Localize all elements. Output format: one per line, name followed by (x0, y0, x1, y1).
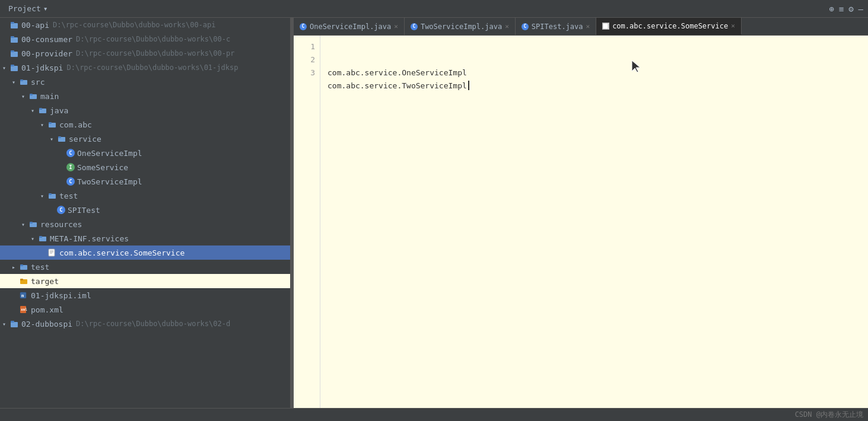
tree-icon-project (9, 49, 19, 58)
svg-rect-36 (11, 322, 18, 327)
scope-icon[interactable]: ⊕ (829, 4, 834, 14)
sidebar-item-item-00-provider[interactable]: 00-providerD:\rpc-course\Dubbo\dubbo-wor… (0, 46, 290, 60)
svg-rect-4 (11, 52, 18, 57)
svg-rect-3 (11, 36, 14, 38)
tree-label: java (50, 106, 68, 115)
project-dropdown[interactable]: Project ▾ (5, 3, 52, 14)
tree-arrow (12, 264, 19, 270)
tree-icon-project (9, 319, 19, 328)
svg-rect-15 (49, 122, 52, 124)
tree-icon-folder (47, 191, 57, 200)
tab-label: OneServiceImpl.java (310, 23, 391, 31)
tab-bar: COneServiceImpl.java✕CTwoServiceImpl.jav… (294, 18, 868, 36)
tree-icon-iml: m (19, 291, 28, 300)
tree-icon-folder (38, 234, 47, 243)
svg-rect-1 (11, 22, 14, 24)
svg-text:m: m (21, 294, 24, 298)
tree-icon-folder-yellow (19, 276, 28, 286)
sidebar-item-item-test[interactable]: test (0, 189, 290, 203)
sidebar-item-item-java[interactable]: java (0, 103, 290, 117)
tab-tab-service[interactable]: com.abc.service.SomeService✕ (596, 18, 742, 35)
svg-rect-5 (11, 50, 14, 52)
tree-label: OneServiceImpl (77, 149, 142, 158)
sidebar-item-item-pom[interactable]: xmlpom.xml (0, 302, 290, 317)
sidebar-item-item-metainf[interactable]: META-INF.services (0, 231, 290, 245)
svg-text:xml: xml (21, 307, 27, 311)
top-bar: Project ▾ ⊕ ≡ ⚙ – (0, 0, 868, 18)
tree-label: 00-consumer (21, 35, 72, 44)
tree-label: SomeService (77, 163, 128, 172)
tree-label: service (69, 135, 101, 143)
tab-tab-spi[interactable]: CSPITest.java✕ (516, 18, 596, 35)
tree-label: target (31, 277, 59, 286)
code-area[interactable]: com.abc.service.OneServiceImplcom.abc.se… (320, 36, 868, 408)
tree-icon-class: C (66, 177, 75, 186)
tree-label: SPITest (68, 206, 100, 215)
tab-close-icon[interactable]: ✕ (731, 22, 735, 30)
tree-path: D:\rpc-course\Dubbo\dubbo-works\00-pr (76, 49, 234, 58)
status-bar: CSDN @内卷永无止境 (0, 408, 868, 421)
dropdown-arrow: ▾ (43, 4, 48, 13)
code-line: com.abc.service.OneServiceImpl (328, 66, 861, 79)
tab-tab-two[interactable]: CTwoServiceImpl.java✕ (405, 18, 516, 35)
sidebar-item-item-target[interactable]: target (0, 274, 290, 288)
sidebar-item-item-00-api[interactable]: 00-apiD:\rpc-course\Dubbo\dubbo-works\00… (0, 18, 290, 32)
sidebar-item-item-02-dubbospi[interactable]: 02-dubbospiD:\rpc-course\Dubbo\dubbo-wor… (0, 317, 290, 331)
sidebar-item-item-service[interactable]: service (0, 132, 290, 146)
code-line: com.abc.service.TwoServiceImpl (328, 79, 861, 93)
sidebar-item-item-twoserviceimpl[interactable]: CTwoServiceImpl (0, 174, 290, 189)
svg-rect-38 (603, 23, 608, 29)
tab-tab-one[interactable]: COneServiceImpl.java✕ (294, 18, 405, 35)
svg-rect-0 (11, 23, 18, 28)
sidebar-item-item-test2[interactable]: test (0, 260, 290, 274)
tab-close-icon[interactable]: ✕ (505, 23, 509, 30)
tab-label: SPITest.java (532, 23, 583, 31)
tree-icon-interface: I (66, 163, 75, 171)
svg-rect-2 (11, 37, 18, 43)
tree-arrow (2, 65, 9, 71)
tree-icon-class: C (66, 149, 75, 157)
sidebar-item-item-01-jdkspi[interactable]: 01-jdkspiD:\rpc-course\Dubbo\dubbo-works… (0, 60, 290, 75)
tree-label: TwoServiceImpl (77, 177, 142, 186)
tree-label: 00-api (21, 21, 49, 30)
tree-arrow (21, 221, 28, 228)
tree-icon-xml: xml (19, 305, 28, 314)
svg-rect-11 (30, 94, 33, 95)
tab-icon: C (522, 23, 529, 30)
sidebar-item-item-00-consumer[interactable]: 00-consumerD:\rpc-course\Dubbo\dubbo-wor… (0, 32, 290, 46)
svg-rect-17 (58, 136, 61, 138)
tab-close-icon[interactable]: ✕ (586, 23, 590, 30)
tree-label: 01-jdkspi.iml (31, 291, 91, 300)
sidebar-item-item-someservice-file[interactable]: com.abc.service.SomeService (0, 245, 290, 260)
editor-content: 123 com.abc.service.OneServiceImplcom.ab… (294, 36, 868, 408)
sidebar-item-item-src[interactable]: src (0, 75, 290, 89)
sidebar-item-item-main[interactable]: main (0, 89, 290, 103)
tree-label: test (59, 192, 78, 200)
minimize-icon[interactable]: – (859, 4, 863, 14)
svg-rect-13 (39, 108, 42, 110)
tab-label: com.abc.service.SomeService (612, 22, 728, 30)
sidebar-item-item-resources[interactable]: resources (0, 217, 290, 231)
tree-arrow (12, 79, 19, 85)
tab-close-icon[interactable]: ✕ (394, 23, 398, 30)
layout-icon[interactable]: ≡ (839, 4, 844, 14)
svg-rect-23 (39, 236, 42, 238)
tab-icon: C (411, 23, 418, 30)
tree-icon-project (9, 34, 19, 44)
sidebar-item-item-comabc[interactable]: com.abc (0, 117, 290, 132)
tree-icon-folder (47, 120, 57, 129)
top-bar-icons: ⊕ ≡ ⚙ – (829, 4, 863, 14)
sidebar-item-item-someservice[interactable]: ISomeService (0, 160, 290, 174)
sidebar-item-item-oneserviceimpl[interactable]: COneServiceImpl (0, 146, 290, 160)
svg-rect-31 (20, 279, 23, 280)
sidebar-item-item-spitest[interactable]: CSPITest (0, 203, 290, 217)
tree-label: com.abc (59, 120, 92, 129)
tab-label: TwoServiceImpl.java (421, 23, 502, 31)
tree-path: D:\rpc-course\Dubbo\dubbo-works\00-api (53, 21, 216, 29)
tree-path: D:\rpc-course\Dubbo\dubbo-works\01-jdksp (66, 63, 238, 72)
tree-icon-folder (28, 219, 38, 229)
tree-icon-folder (28, 91, 38, 101)
sidebar-item-item-iml[interactable]: m01-jdkspi.iml (0, 288, 290, 302)
settings-icon[interactable]: ⚙ (848, 4, 853, 14)
tree-icon-class: C (57, 206, 65, 214)
